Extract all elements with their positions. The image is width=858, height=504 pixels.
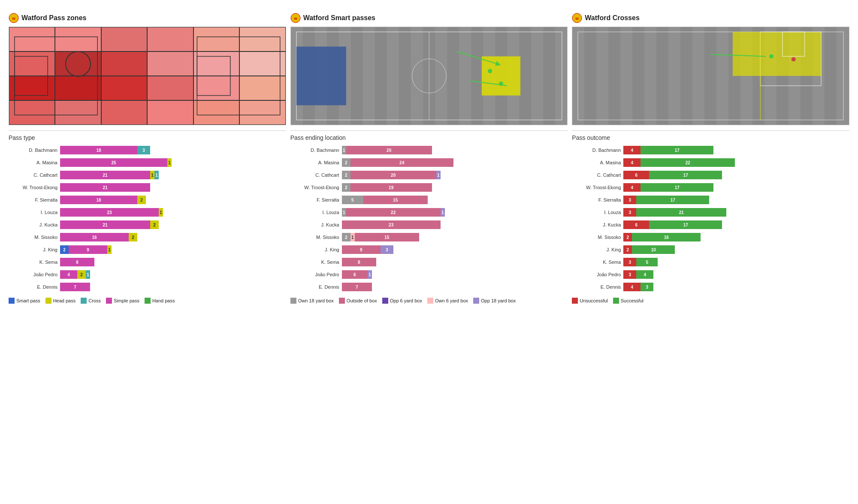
bar-segments: 2 10 (623, 245, 675, 254)
bar-segments: 7 (60, 283, 90, 291)
bar-unsuccessful: 3 (623, 270, 636, 279)
bar-outside: 15 (355, 233, 419, 241)
player-name: F. Sierralta (290, 197, 342, 202)
bar-unsuccessful: 6 (623, 171, 649, 179)
smart-passes-title: W Watford Smart passes (290, 13, 568, 23)
legend-simple: Simple pass (106, 298, 139, 304)
bar-segments: 21 2 (60, 220, 159, 229)
bar-segments: 4 2 1 (60, 270, 90, 279)
player-name: K. Sema (572, 260, 623, 265)
simple-pass-label: Simple pass (114, 298, 139, 303)
bar-row-cathcart-1: C. Cathcart 21 1 1 (9, 169, 286, 181)
bar-segments: 9 3 (342, 245, 393, 254)
bar-segments: 21 (60, 183, 150, 192)
bar-simple: 21 (60, 220, 150, 229)
bar-unsuccessful: 6 (623, 220, 649, 229)
own18-label: Own 18 yard box (298, 298, 334, 303)
bar-segments: 2 20 1 (342, 171, 441, 179)
bar-row-king-1: J. King 2 9 1 (9, 244, 286, 255)
bar-yellow: 2 (150, 220, 159, 229)
bar-segments: 4 22 (623, 158, 735, 167)
bar-simple: 18 (60, 196, 137, 204)
opp6-color (382, 298, 388, 304)
player-name: João Pedro (290, 272, 342, 277)
bar-successful: 5 (636, 258, 658, 266)
player-name: C. Cathcart (9, 172, 60, 178)
bar-segments: 2 24 (342, 158, 453, 167)
smart-passes-svg (291, 27, 568, 125)
hm-cell (101, 51, 147, 76)
bar-yellow: 1 (159, 208, 163, 217)
bar-yellow: 1 (107, 245, 112, 254)
bar-segments: 2 16 (623, 233, 701, 241)
bar-row-joao-3: João Pedro 3 4 (572, 269, 849, 280)
bar-segments: 4 3 (623, 283, 653, 291)
cross-label: Cross (88, 298, 101, 303)
player-name: João Pedro (9, 272, 60, 277)
bar-unsuccessful: 4 (623, 183, 640, 192)
bar-row-joao-1: João Pedro 4 2 1 (9, 269, 286, 280)
bar-segments: 6 17 (623, 171, 722, 179)
smart-pass-color (9, 298, 15, 304)
outside-label: Outside of box (347, 298, 377, 303)
bar-unsuccessful: 2 (623, 233, 632, 241)
bar-row-sema-2: K. Sema 8 (290, 257, 568, 268)
unsuccessful-color (572, 298, 578, 304)
player-name: C. Cathcart (572, 172, 623, 178)
bar-segments: 21 1 1 (60, 171, 159, 179)
bar-row-sierralta-1: F. Sierralta 18 2 (9, 194, 286, 205)
player-name: J. King (9, 247, 60, 252)
bar-row-kucka-1: J. Kucka 21 2 (9, 219, 286, 230)
bar-row-troost-3: W. Troost-Ekong 4 17 (572, 182, 849, 193)
player-name: J. Kucka (290, 222, 342, 227)
watford-logo: W (9, 13, 19, 23)
svg-rect-13 (481, 56, 520, 95)
player-name: I. Louza (290, 210, 342, 215)
bar-own18: 1 (342, 146, 346, 154)
bar-row-kucka-2: J. Kucka 23 (290, 219, 568, 230)
pass-type-bars: D. Bachmann 18 3 A. Masina 25 1 C. Cathc… (9, 145, 286, 293)
bar-yellow: 1 (150, 171, 154, 179)
bar-unsuccessful: 4 (623, 158, 640, 167)
bar-blue: 2 (60, 245, 69, 254)
svg-text:W: W (12, 17, 15, 21)
bar-simple: 18 (60, 146, 137, 154)
bar-successful: 17 (640, 146, 713, 154)
bar-simple: 4 (60, 270, 77, 279)
crosses-title: W Watford Crosses (572, 13, 849, 23)
bar-own18: 2 (342, 233, 350, 241)
crosses-label: Watford Crosses (585, 14, 639, 22)
hand-pass-color (145, 298, 151, 304)
pass-ending-bars: D. Bachmann 1 20 A. Masina 2 24 C. Cathc… (290, 145, 568, 293)
bar-successful: 17 (640, 183, 713, 192)
player-name: E. Dennis (9, 284, 60, 290)
bar-outside: 19 (350, 183, 432, 192)
bar-segments: 3 17 (623, 196, 709, 204)
watford-logo-3: W (572, 13, 582, 23)
bar-segments: 5 15 (342, 196, 428, 204)
legend-outside: Outside of box (339, 298, 377, 304)
bar-segments: 2 9 1 (60, 245, 112, 254)
legend-own18: Own 18 yard box (290, 298, 334, 304)
pass-zones-title: W Watford Pass zones (9, 13, 286, 23)
bar-row-sissoko-3: M. Sissoko 2 16 (572, 232, 849, 243)
bar-row-troost-2: W. Troost-Ekong 2 19 (290, 182, 568, 193)
bar-row-louza-3: I. Louza 3 21 (572, 207, 849, 218)
bar-own18: 2 (342, 158, 350, 167)
bar-outside: 8 (342, 258, 376, 266)
pass-type-label: Pass type (9, 130, 286, 141)
successful-color (613, 298, 619, 304)
player-name: W. Troost-Ekong (290, 185, 342, 190)
bar-row-cathcart-3: C. Cathcart 6 17 (572, 169, 849, 181)
legend-unsuccessful: Unsuccessful (572, 298, 607, 304)
bar-successful: 10 (632, 245, 675, 254)
player-name: J. King (290, 247, 342, 252)
legend-opp18: Opp 18 yard box (473, 298, 516, 304)
own6-label: Own 6 yard box (435, 298, 468, 303)
smart-passes-pitch (290, 27, 568, 125)
player-name: João Pedro (572, 272, 623, 277)
bar-yellow: 2 (137, 196, 146, 204)
bar-row-masina-1: A. Masina 25 1 (9, 157, 286, 168)
bar-segments: 1 20 (342, 146, 432, 154)
legend-own6: Own 6 yard box (427, 298, 468, 304)
